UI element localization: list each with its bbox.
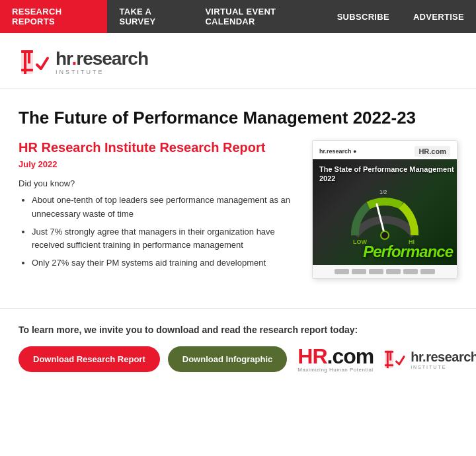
cover-hrcom-logo: HR.com bbox=[415, 146, 450, 157]
sponsor-logo-4 bbox=[386, 269, 401, 274]
svg-rect-11 bbox=[385, 350, 393, 352]
page-title: The Future of Performance Management 202… bbox=[19, 108, 457, 128]
hrresearch-icon bbox=[19, 45, 53, 79]
logo-area: hr.research INSTITUTE bbox=[0, 33, 476, 89]
cta-section: To learn more, we invite you to download… bbox=[0, 324, 476, 389]
logo-institute-label: INSTITUTE bbox=[56, 69, 148, 75]
hrresearch-partner-icon bbox=[383, 347, 408, 372]
download-infographic-button[interactable]: Download Infographic bbox=[168, 346, 288, 372]
sponsor-logo-2 bbox=[352, 269, 366, 274]
svg-rect-13 bbox=[387, 350, 389, 367]
sponsor-logo-5 bbox=[403, 269, 418, 274]
content-left: HR Research Institute Research Report Ju… bbox=[19, 140, 296, 274]
speedometer-icon: LOW 1/2 HI bbox=[345, 179, 424, 245]
report-cover: hr.research ● HR.com The State of Perfor… bbox=[312, 140, 457, 279]
did-you-know-label: Did you know? bbox=[19, 178, 296, 188]
sponsor-logo-3 bbox=[369, 269, 383, 274]
cover-sponsors bbox=[313, 265, 457, 278]
svg-rect-12 bbox=[385, 364, 393, 366]
report-date: July 2022 bbox=[19, 159, 296, 169]
bullet-1: About one-tenth of top leaders see perfo… bbox=[32, 194, 296, 221]
logo: hr.research INSTITUTE bbox=[19, 45, 457, 79]
hrresearch-partner-sub: INSTITUTE bbox=[411, 365, 476, 369]
cover-image-area: The State of Performance Management 2022 bbox=[313, 159, 457, 265]
hrresearch-partner-text: hr.research bbox=[411, 350, 476, 365]
svg-rect-4 bbox=[28, 50, 30, 63]
bullet-list: About one-tenth of top leaders see perfo… bbox=[19, 194, 296, 270]
sponsor-logo-1 bbox=[335, 269, 349, 274]
cover-top: hr.research ● HR.com bbox=[313, 141, 457, 159]
sponsor-logo-6 bbox=[420, 269, 435, 274]
cta-row: Download Research Report Download Infogr… bbox=[19, 346, 457, 373]
cta-text: To learn more, we invite you to download… bbox=[19, 324, 457, 335]
report-cover-container: hr.research ● HR.com The State of Perfor… bbox=[312, 140, 457, 279]
hrcom-partner-logo: HR.com Maximizing Human Potential bbox=[298, 346, 374, 373]
svg-rect-14 bbox=[389, 350, 391, 360]
bullet-2: Just 7% strongly agree that managers in … bbox=[32, 225, 296, 253]
main-content: The Future of Performance Management 202… bbox=[0, 89, 476, 292]
nav-item-take-a-survey[interactable]: TAKE A SURVEY bbox=[107, 0, 193, 33]
cta-buttons: Download Research Report Download Infogr… bbox=[19, 346, 287, 372]
hrcom-tagline: Maximizing Human Potential bbox=[298, 367, 373, 373]
partner-logos: HR.com Maximizing Human Potential hr.res… bbox=[298, 346, 476, 373]
bullet-3: Only 27% say their PM systems aid traini… bbox=[32, 256, 296, 270]
content-grid: HR Research Institute Research Report Ju… bbox=[19, 140, 457, 279]
navigation: RESEARCH REPORTS TAKE A SURVEY VIRTUAL E… bbox=[0, 0, 476, 33]
section-divider bbox=[0, 308, 476, 309]
svg-point-6 bbox=[381, 231, 389, 239]
svg-rect-2 bbox=[21, 69, 33, 71]
nav-item-subscribe[interactable]: SUBSCRIBE bbox=[325, 0, 401, 33]
nav-item-virtual-event-calendar[interactable]: VIRTUAL EVENT CALENDAR bbox=[193, 0, 325, 33]
report-subtitle: HR Research Institute Research Report bbox=[19, 140, 296, 155]
svg-rect-1 bbox=[21, 50, 33, 53]
cover-hrresearch-logo: hr.research ● bbox=[319, 148, 356, 155]
cover-performance-text: Performance bbox=[363, 243, 453, 261]
nav-item-research-reports[interactable]: RESEARCH REPORTS bbox=[0, 0, 107, 33]
download-report-button[interactable]: Download Research Report bbox=[19, 346, 160, 372]
svg-text:1/2: 1/2 bbox=[379, 189, 387, 195]
hrresearch-partner-logo: hr.research INSTITUTE bbox=[383, 347, 476, 372]
nav-item-advertise[interactable]: ADVERTISE bbox=[401, 0, 476, 33]
svg-rect-3 bbox=[24, 50, 26, 74]
